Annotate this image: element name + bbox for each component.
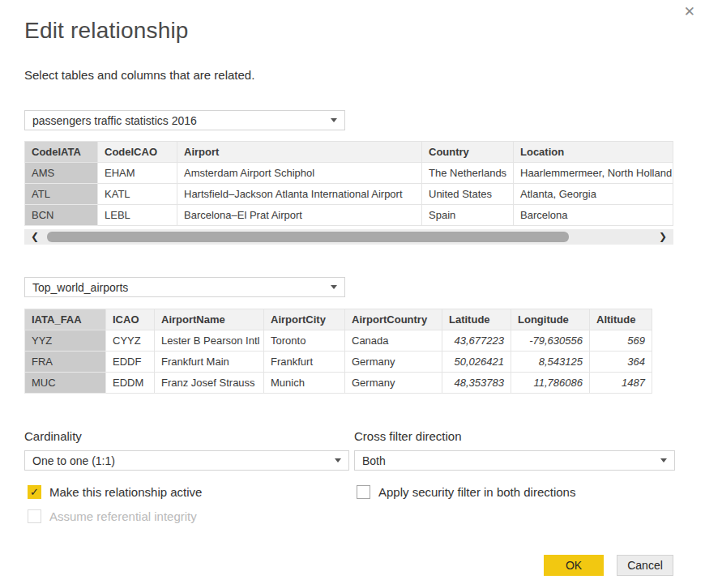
table-cell[interactable]: 364 bbox=[590, 352, 652, 373]
table1-selector-value: passengers traffic statistics 2016 bbox=[32, 114, 197, 127]
assume-referential-integrity-checkbox bbox=[28, 509, 41, 523]
column-header[interactable]: AirportName bbox=[155, 309, 264, 330]
scrollbar-thumb[interactable] bbox=[47, 232, 569, 242]
table-cell[interactable]: Hartsfield–Jackson Atlanta International… bbox=[177, 184, 422, 205]
table-cell[interactable]: Spain bbox=[422, 205, 514, 226]
table2-selector-value: Top_world_airports bbox=[32, 281, 128, 294]
table-cell[interactable]: KATL bbox=[98, 184, 177, 205]
column-header[interactable]: AirportCountry bbox=[345, 309, 442, 330]
column-header[interactable]: CodeIATA bbox=[25, 142, 98, 163]
table-cell[interactable]: Canada bbox=[345, 330, 442, 352]
close-icon[interactable]: ✕ bbox=[684, 5, 695, 19]
table-cell[interactable]: AMS bbox=[25, 163, 98, 184]
table-cell[interactable]: FRA bbox=[25, 352, 106, 373]
table-cell[interactable]: 50,026421 bbox=[442, 352, 511, 373]
cancel-button[interactable]: Cancel bbox=[617, 555, 673, 576]
column-header[interactable]: IATA_FAA bbox=[25, 309, 106, 330]
scrollbar-track[interactable] bbox=[45, 229, 652, 245]
table-row: ATLKATLHartsfield–Jackson Atlanta Intern… bbox=[25, 184, 673, 205]
make-relationship-active-label: Make this relationship active bbox=[49, 485, 202, 499]
table-header-row: CodeIATACodeICAOAirportCountryLocation bbox=[25, 142, 673, 163]
table1-horizontal-scrollbar[interactable]: ❮ ❯ bbox=[24, 229, 673, 245]
table-cell[interactable]: 1487 bbox=[590, 373, 652, 394]
table-cell[interactable]: 569 bbox=[590, 330, 652, 352]
table-cell[interactable]: 48,353783 bbox=[442, 373, 511, 394]
column-header[interactable]: ICAO bbox=[106, 309, 155, 330]
cardinality-selector-value: One to one (1:1) bbox=[32, 454, 115, 467]
table-cell[interactable]: Germany bbox=[345, 373, 442, 394]
table-cell[interactable]: Barcelona–El Prat Airport bbox=[177, 205, 422, 226]
table-cell[interactable]: 43,677223 bbox=[442, 330, 511, 352]
table-cell[interactable]: YYZ bbox=[25, 330, 106, 352]
cross-filter-direction-selector[interactable]: Both bbox=[354, 450, 675, 471]
column-header[interactable]: Altitude bbox=[590, 309, 652, 330]
table-cell[interactable]: Lester B Pearson Intl bbox=[155, 330, 264, 352]
ok-button[interactable]: OK bbox=[544, 555, 604, 576]
make-relationship-active-checkbox[interactable]: ✓ bbox=[28, 485, 41, 499]
table-cell[interactable]: BCN bbox=[25, 205, 98, 226]
table-cell[interactable]: -79,630556 bbox=[511, 330, 590, 352]
assume-referential-integrity-label: Assume referential integrity bbox=[49, 509, 197, 523]
table-cell[interactable]: CYYZ bbox=[106, 330, 155, 352]
make-relationship-active-row: ✓ Make this relationship active bbox=[28, 485, 202, 499]
table-cell[interactable]: Munich bbox=[264, 373, 345, 394]
apply-security-filter-checkbox[interactable] bbox=[357, 485, 370, 499]
table-cell[interactable]: Frankfurt bbox=[264, 352, 345, 373]
column-header[interactable]: Country bbox=[422, 142, 514, 163]
apply-security-filter-label: Apply security filter in both directions bbox=[378, 485, 575, 499]
apply-security-filter-row: Apply security filter in both directions bbox=[357, 485, 575, 499]
table-cell[interactable]: Haarlemmermeer, North Holland bbox=[514, 163, 673, 184]
chevron-down-icon bbox=[331, 285, 337, 289]
table1-grid: CodeIATACodeICAOAirportCountryLocationAM… bbox=[24, 141, 673, 226]
table-cell[interactable]: ATL bbox=[25, 184, 98, 205]
chevron-down-icon bbox=[335, 458, 341, 462]
table-cell[interactable]: EDDF bbox=[106, 352, 155, 373]
table-cell[interactable]: Barcelona bbox=[514, 205, 673, 226]
table-cell[interactable]: EDDM bbox=[106, 373, 155, 394]
table-cell[interactable]: EHAM bbox=[98, 163, 177, 184]
dialog-button-row: OK Cancel bbox=[24, 555, 673, 576]
column-header[interactable]: Location bbox=[514, 142, 673, 163]
table-cell[interactable]: 8,543125 bbox=[511, 352, 590, 373]
dialog-title: Edit relationship bbox=[24, 18, 189, 44]
table-cell[interactable]: Amsterdam Airport Schiphol bbox=[177, 163, 422, 184]
cardinality-label: Cardinality bbox=[24, 429, 82, 443]
table-row: YYZCYYZLester B Pearson IntlTorontoCanad… bbox=[25, 330, 652, 352]
table-row: FRAEDDFFrankfurt MainFrankfurtGermany50,… bbox=[25, 352, 652, 373]
table-cell[interactable]: MUC bbox=[25, 373, 106, 394]
scroll-right-icon[interactable]: ❯ bbox=[652, 229, 673, 245]
table-cell[interactable]: Franz Josef Strauss bbox=[155, 373, 264, 394]
table-cell[interactable]: 11,786086 bbox=[511, 373, 590, 394]
assume-referential-integrity-row: Assume referential integrity bbox=[28, 509, 197, 523]
table2-grid: IATA_FAAICAOAirportNameAirportCityAirpor… bbox=[24, 309, 652, 394]
checkmark-icon: ✓ bbox=[30, 487, 39, 497]
table-cell[interactable]: Germany bbox=[345, 352, 442, 373]
chevron-down-icon bbox=[660, 458, 667, 462]
table-row: MUCEDDMFranz Josef StraussMunichGermany4… bbox=[25, 373, 652, 394]
table-cell[interactable]: United States bbox=[422, 184, 514, 205]
scroll-left-icon[interactable]: ❮ bbox=[24, 229, 45, 245]
dialog-subtitle: Select tables and columns that are relat… bbox=[24, 68, 254, 82]
cross-filter-direction-label: Cross filter direction bbox=[354, 429, 462, 443]
table-cell[interactable]: LEBL bbox=[98, 205, 177, 226]
edit-relationship-dialog: ✕ Edit relationship Select tables and co… bbox=[0, 0, 705, 588]
column-header[interactable]: Longitude bbox=[511, 309, 590, 330]
table1-selector[interactable]: passengers traffic statistics 2016 bbox=[24, 110, 345, 130]
column-header[interactable]: Airport bbox=[177, 142, 422, 163]
column-header[interactable]: AirportCity bbox=[264, 309, 345, 330]
table-cell[interactable]: Frankfurt Main bbox=[155, 352, 264, 373]
table-cell[interactable]: The Netherlands bbox=[422, 163, 514, 184]
table-row: BCNLEBLBarcelona–El Prat AirportSpainBar… bbox=[25, 205, 673, 226]
column-header[interactable]: Latitude bbox=[442, 309, 511, 330]
cross-filter-direction-value: Both bbox=[362, 454, 386, 467]
table-cell[interactable]: Toronto bbox=[264, 330, 345, 352]
table-row: AMSEHAMAmsterdam Airport SchipholThe Net… bbox=[25, 163, 673, 184]
chevron-down-icon bbox=[331, 118, 337, 122]
table-header-row: IATA_FAAICAOAirportNameAirportCityAirpor… bbox=[25, 309, 652, 330]
cardinality-selector[interactable]: One to one (1:1) bbox=[24, 450, 349, 471]
column-header[interactable]: CodeICAO bbox=[98, 142, 177, 163]
table-cell[interactable]: Atlanta, Georgia bbox=[514, 184, 673, 205]
table2-selector[interactable]: Top_world_airports bbox=[24, 277, 345, 297]
